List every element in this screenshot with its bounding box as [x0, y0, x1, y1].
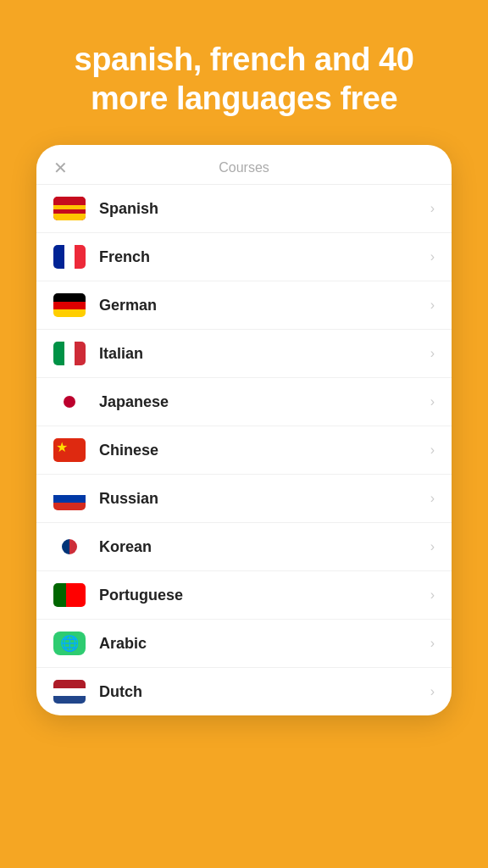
flag-dutch: [53, 680, 86, 704]
language-list: Spanish › French › German › Italian ›: [36, 185, 452, 715]
list-item[interactable]: 🌐 Arabic ›: [36, 620, 452, 668]
language-name-russian: Russian: [99, 490, 430, 508]
list-item[interactable]: Spanish ›: [36, 185, 452, 233]
language-name-dutch: Dutch: [99, 683, 430, 701]
language-name-french: French: [99, 248, 430, 266]
language-name-spanish: Spanish: [99, 200, 430, 218]
chevron-icon: ›: [430, 201, 435, 216]
list-item[interactable]: Russian ›: [36, 475, 452, 523]
chevron-icon: ›: [430, 394, 435, 409]
chevron-icon: ›: [430, 684, 435, 699]
courses-title: Courses: [219, 160, 269, 175]
language-name-italian: Italian: [99, 345, 430, 363]
flag-german: [53, 293, 86, 317]
language-name-japanese: Japanese: [99, 393, 430, 411]
flag-french: [53, 245, 86, 269]
chevron-icon: ›: [430, 298, 435, 313]
phone-card: ✕ Courses Spanish › French › German ›: [36, 145, 452, 715]
hero-text: spanish, french and 40 more languages fr…: [0, 0, 488, 145]
flag-italian: [53, 342, 86, 365]
flag-chinese: ★: [53, 438, 86, 462]
list-item[interactable]: German ›: [36, 281, 452, 330]
language-name-german: German: [99, 297, 430, 314]
list-item[interactable]: ★ Chinese ›: [36, 426, 452, 475]
list-item[interactable]: Portuguese ›: [36, 571, 452, 620]
language-name-korean: Korean: [99, 538, 430, 556]
language-name-portuguese: Portuguese: [99, 587, 430, 604]
chevron-icon: ›: [430, 636, 435, 651]
flag-russian: [53, 487, 86, 510]
list-item[interactable]: Dutch ›: [36, 668, 452, 715]
chevron-icon: ›: [430, 491, 435, 506]
chevron-icon: ›: [430, 442, 435, 458]
flag-portuguese: [53, 583, 86, 607]
list-item[interactable]: Japanese ›: [36, 378, 452, 426]
chevron-icon: ›: [430, 249, 435, 264]
language-name-arabic: Arabic: [99, 635, 430, 653]
list-item[interactable]: Korean ›: [36, 523, 452, 571]
list-item[interactable]: French ›: [36, 233, 452, 281]
language-name-chinese: Chinese: [99, 442, 430, 459]
flag-spanish: [53, 197, 86, 220]
chevron-icon: ›: [430, 539, 435, 554]
chevron-icon: ›: [430, 587, 435, 603]
flag-arabic: 🌐: [53, 632, 86, 655]
card-header: ✕ Courses: [36, 145, 452, 185]
flag-korean: [53, 535, 86, 559]
list-item[interactable]: Italian ›: [36, 330, 452, 378]
flag-japanese: [53, 390, 86, 414]
chevron-icon: ›: [430, 346, 435, 361]
close-icon[interactable]: ✕: [53, 158, 68, 178]
